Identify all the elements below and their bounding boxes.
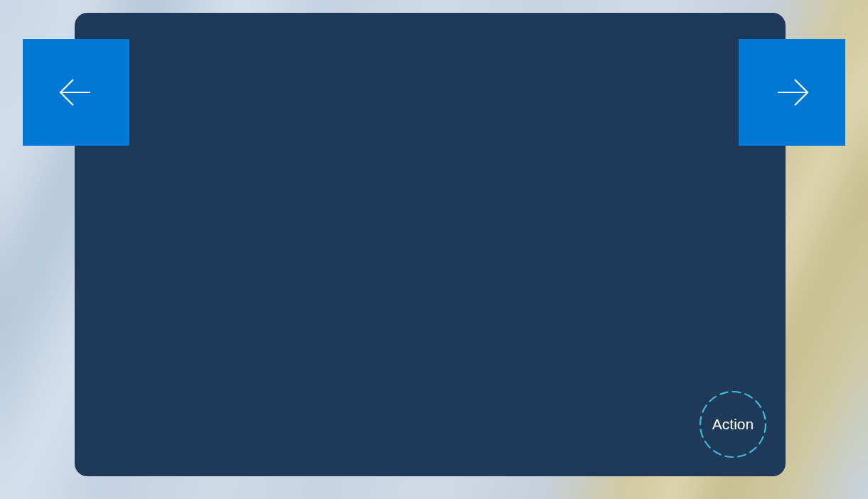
action-button[interactable]: Action	[699, 390, 767, 458]
prev-step-button[interactable]	[23, 39, 129, 146]
step-card	[75, 13, 786, 476]
next-step-button[interactable]	[739, 39, 845, 146]
arrow-left-icon	[56, 73, 96, 112]
arrow-right-icon	[772, 73, 812, 112]
action-label: Action	[712, 416, 754, 433]
